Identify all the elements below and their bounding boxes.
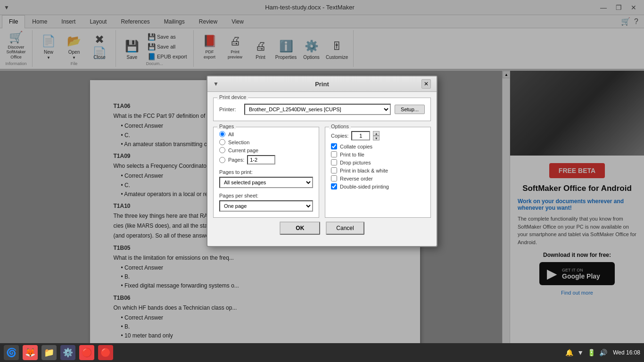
dialog-overlay: ▼ Print ✕ Print device Printer: Brother_… <box>0 0 644 343</box>
dialog-close-button[interactable]: ✕ <box>421 79 431 89</box>
radio-all: All <box>219 131 313 137</box>
taskbar-app-icon-5[interactable]: 🔴 <box>98 345 113 360</box>
volume-icon[interactable]: 🔊 <box>599 349 607 356</box>
print-device-label: Print device <box>217 94 248 100</box>
dialog-footer: OK Cancel <box>213 218 431 240</box>
pages-to-print-select[interactable]: All selected pages <box>219 177 313 188</box>
cancel-button[interactable]: Cancel <box>326 222 364 235</box>
reverse-order-label: Reverse order <box>340 176 373 181</box>
pages-group: Pages All Selection Current page <box>213 127 319 218</box>
radio-pages: Pages: <box>219 155 313 165</box>
drop-pictures-label: Drop pictures <box>340 160 371 165</box>
printer-select[interactable]: Brother_DCP_L2540DW_series [CUPS] <box>244 104 391 115</box>
print-to-file-row: Print to file <box>331 151 425 157</box>
taskbar-sys-icons: 🔔 ▼ 🔋 🔊 <box>565 349 607 356</box>
collate-row: Collate copies <box>331 143 425 149</box>
print-device-group: Print device Printer: Brother_DCP_L2540D… <box>213 98 431 121</box>
taskbar-app-icon-4[interactable]: 🔴 <box>79 345 94 360</box>
copies-input[interactable] <box>351 131 370 140</box>
options-group-label: Options <box>329 123 351 129</box>
print-bw-checkbox[interactable] <box>331 167 337 173</box>
setup-button[interactable]: Setup... <box>395 105 425 114</box>
radio-selection-label: Selection <box>228 140 249 145</box>
copies-label: Copies: <box>331 133 348 139</box>
taskbar-app-icon-0[interactable]: 🌀 <box>4 345 19 360</box>
dialog-header: ▼ Print ✕ <box>207 76 437 92</box>
ok-button[interactable]: OK <box>280 222 320 235</box>
print-to-file-checkbox[interactable] <box>331 151 337 157</box>
pages-per-sheet-group: Pages per sheet: One page <box>219 193 313 212</box>
pages-group-label: Pages <box>217 123 236 129</box>
reverse-order-checkbox[interactable] <box>331 175 337 181</box>
print-bw-label: Print in black & white <box>340 168 388 173</box>
network-icon[interactable]: ▼ <box>577 349 584 356</box>
pages-to-print-label: Pages to print: <box>219 169 313 175</box>
dialog-row-pages-options: Pages All Selection Current page <box>213 127 431 218</box>
radio-pages-label: Pages: <box>228 157 244 163</box>
copies-spinner: ▲ ▼ <box>373 131 380 140</box>
collate-label: Collate copies <box>340 144 372 149</box>
notification-icon[interactable]: 🔔 <box>565 349 573 356</box>
taskbar-app-icon-2[interactable]: 📁 <box>41 345 57 360</box>
print-dialog: ▼ Print ✕ Print device Printer: Brother_… <box>206 75 438 247</box>
drop-pictures-checkbox[interactable] <box>331 159 337 165</box>
taskbar-left: 🌀 🦊 📁 ⚙️ 🔴 🔴 <box>4 345 113 360</box>
options-group: Options Copies: ▲ ▼ Collate copies <box>325 127 431 218</box>
print-bw-row: Print in black & white <box>331 167 425 173</box>
printer-row: Printer: Brother_DCP_L2540DW_series [CUP… <box>219 104 425 115</box>
dialog-body: Print device Printer: Brother_DCP_L2540D… <box>207 92 437 246</box>
radio-selection: Selection <box>219 139 313 145</box>
printer-label: Printer: <box>219 107 240 112</box>
double-sided-row: Double-sided printing <box>331 183 425 189</box>
copies-row: Copies: ▲ ▼ <box>331 131 425 140</box>
drop-pictures-row: Drop pictures <box>331 159 425 165</box>
reverse-order-row: Reverse order <box>331 175 425 181</box>
taskbar-app-icon-1[interactable]: 🦊 <box>23 345 38 360</box>
taskbar-app-icon-3[interactable]: ⚙️ <box>60 345 75 360</box>
taskbar-right: 🔔 ▼ 🔋 🔊 Wed 16:08 <box>565 349 640 356</box>
spinner-down[interactable]: ▼ <box>373 136 380 140</box>
taskbar-clock[interactable]: Wed 16:08 <box>613 349 640 356</box>
radio-all-label: All <box>228 132 234 137</box>
dialog-title: Print <box>223 81 421 88</box>
double-sided-checkbox[interactable] <box>331 183 337 189</box>
radio-pages-input[interactable] <box>219 157 225 163</box>
print-to-file-label: Print to file <box>340 152 364 157</box>
pages-per-sheet-label: Pages per sheet: <box>219 193 313 198</box>
taskbar: 🌀 🦊 📁 ⚙️ 🔴 🔴 🔔 ▼ 🔋 🔊 Wed 16:08 <box>0 343 644 362</box>
radio-selection-input[interactable] <box>219 139 225 145</box>
radio-all-input[interactable] <box>219 131 225 137</box>
radio-current-input[interactable] <box>219 147 225 153</box>
battery-icon[interactable]: 🔋 <box>587 349 595 356</box>
spinner-up[interactable]: ▲ <box>373 131 380 136</box>
pages-to-print-group: Pages to print: All selected pages <box>219 169 313 188</box>
collate-checkbox[interactable] <box>331 143 337 149</box>
pages-per-sheet-select[interactable]: One page <box>219 200 313 212</box>
radio-current-label: Current page <box>228 148 258 153</box>
double-sided-label: Double-sided printing <box>340 184 389 189</box>
pages-range-input[interactable] <box>247 155 275 165</box>
radio-current-page: Current page <box>219 147 313 153</box>
dialog-minimize-btn[interactable]: ▼ <box>213 81 219 87</box>
